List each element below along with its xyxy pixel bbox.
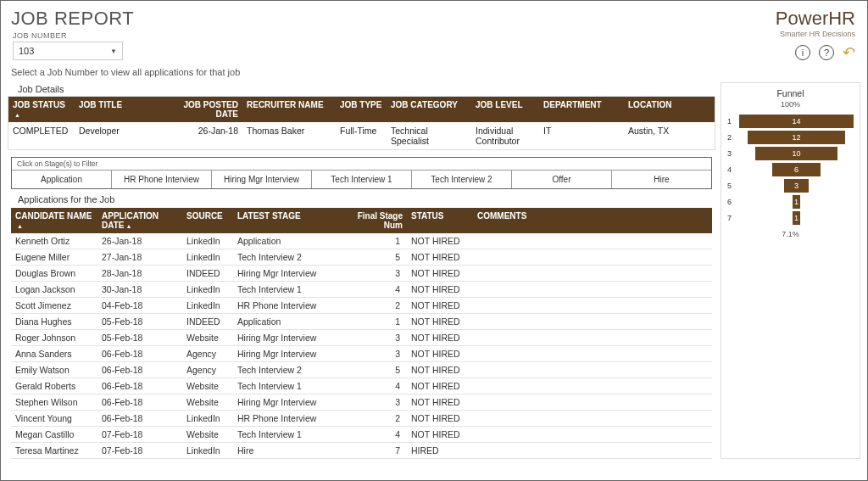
job-details-label: Job Details — [8, 82, 715, 96]
table-row[interactable]: Anna Sanders06-Feb-18AgencyHiring Mgr In… — [11, 346, 712, 362]
undo-icon[interactable]: ↶ — [843, 43, 855, 62]
apps-col-comments[interactable]: COMMENTS — [473, 208, 685, 233]
page-title: JOB REPORT — [1, 1, 867, 31]
applications-label: Applications for the Job — [8, 193, 715, 206]
job-details-row: COMPLETED Developer 26-Jan-18 Thomas Bak… — [8, 122, 715, 149]
apps-col-status[interactable]: STATUS — [407, 208, 473, 233]
funnel-stage-label: 1 — [723, 117, 735, 126]
funnel-bar-row[interactable]: 53 — [723, 178, 858, 193]
table-row[interactable]: Logan Jackson30-Jan-18LinkedInTech Inter… — [11, 282, 712, 298]
apps-col-source[interactable]: SOURCE — [182, 208, 233, 233]
stage-button[interactable]: Offer — [512, 171, 612, 188]
stage-filter-hint: Click on Stage(s) to Filter — [12, 159, 711, 170]
funnel-title: Funnel — [723, 87, 858, 100]
applications-table: CANDIDATE NAME▲ APPLICATION DATE▲ SOURCE… — [11, 208, 712, 459]
funnel-bar: 10 — [755, 147, 837, 160]
apps-col-num[interactable]: Final Stage Num — [343, 208, 407, 233]
brand-name: PowerHR — [776, 8, 855, 30]
table-row[interactable]: Megan Castillo07-Feb-18WebsiteTech Inter… — [11, 427, 712, 443]
chevron-down-icon: ▼ — [110, 48, 117, 55]
stage-button[interactable]: Tech Interview 1 — [312, 171, 412, 188]
jd-col-recruiter[interactable]: RECRUITER NAME — [242, 97, 336, 122]
stage-button[interactable]: Tech Interview 2 — [412, 171, 512, 188]
jd-col-status[interactable]: JOB STATUS▲ — [8, 97, 75, 122]
sort-up-icon: ▲ — [17, 223, 23, 229]
job-number-value: 103 — [19, 46, 34, 56]
apps-col-name[interactable]: CANDIDATE NAME▲ — [11, 208, 97, 233]
sort-up-icon: ▲ — [14, 112, 20, 118]
funnel-stage-label: 7 — [723, 214, 735, 222]
jd-col-dept[interactable]: DEPARTMENT — [539, 97, 624, 122]
table-row[interactable]: Douglas Brown28-Jan-18INDEEDHiring Mgr I… — [11, 266, 712, 282]
jd-col-category[interactable]: JOB CATEGORY — [387, 97, 471, 122]
funnel-stage-label: 2 — [723, 133, 735, 142]
funnel-bar-row[interactable]: 71 — [723, 210, 858, 225]
funnel-stage-label: 5 — [723, 182, 735, 190]
table-row[interactable]: Vincent Young06-Feb-18LinkedInHR Phone I… — [11, 411, 712, 427]
funnel-bar: 12 — [748, 131, 846, 144]
stage-button[interactable]: Hire — [612, 171, 711, 188]
funnel-bar-row[interactable]: 61 — [723, 194, 858, 209]
funnel-bar: 1 — [793, 195, 801, 209]
stage-filter: Click on Stage(s) to Filter ApplicationH… — [11, 157, 712, 189]
table-row[interactable]: Diana Hughes05-Feb-18INDEEDApplication1N… — [11, 314, 712, 330]
brand-block: PowerHR Smarter HR Decisions i ? ↶ — [776, 8, 855, 62]
job-number-select[interactable]: 103 ▼ — [13, 42, 123, 60]
table-row[interactable]: Scott Jimenez04-Feb-18LinkedInHR Phone I… — [11, 298, 712, 314]
stage-button[interactable]: Hiring Mgr Interview — [212, 171, 312, 188]
stage-button[interactable]: Application — [12, 171, 112, 188]
funnel-bar-row[interactable]: 310 — [723, 146, 858, 160]
funnel-bar-row[interactable]: 212 — [723, 130, 858, 144]
job-number-label: JOB NUMBER — [13, 31, 855, 40]
jd-col-type[interactable]: JOB TYPE — [336, 97, 387, 122]
funnel-bar: 3 — [784, 179, 809, 193]
jd-col-posted[interactable]: JOB POSTED DATE — [176, 97, 242, 122]
funnel-chart[interactable]: 11421231046536171 — [723, 114, 858, 225]
help-icon[interactable]: ? — [819, 45, 834, 60]
apps-col-date[interactable]: APPLICATION DATE▲ — [97, 208, 182, 233]
funnel-bar: 14 — [739, 115, 854, 128]
jd-col-level[interactable]: JOB LEVEL — [471, 97, 539, 122]
table-row[interactable]: Roger Johnson05-Feb-18WebsiteHiring Mgr … — [11, 330, 712, 346]
jd-col-location[interactable]: LOCATION — [624, 97, 682, 122]
funnel-bar: 1 — [793, 211, 801, 225]
funnel-stage-label: 6 — [723, 198, 735, 206]
funnel-bottom-pct: 7.1% — [723, 230, 858, 238]
table-row[interactable]: Eugene Miller27-Jan-18LinkedInTech Inter… — [11, 249, 712, 266]
helper-text: Select a Job Number to view all applicat… — [1, 64, 867, 82]
table-row[interactable]: Gerald Roberts06-Feb-18WebsiteTech Inter… — [11, 378, 712, 394]
funnel-stage-label: 3 — [723, 149, 735, 158]
table-row[interactable]: Teresa Martinez07-Feb-18LinkedInHire7HIR… — [11, 443, 712, 459]
info-icon[interactable]: i — [795, 45, 810, 60]
brand-tagline: Smarter HR Decisions — [776, 30, 855, 38]
stage-button[interactable]: HR Phone Interview — [112, 171, 212, 188]
funnel-bar-row[interactable]: 46 — [723, 162, 858, 176]
jd-col-title[interactable]: JOB TITLE — [75, 97, 176, 122]
job-details-table: JOB STATUS▲ JOB TITLE JOB POSTED DATE RE… — [8, 96, 715, 150]
table-row[interactable]: Stephen Wilson06-Feb-18WebsiteHiring Mgr… — [11, 394, 712, 411]
funnel-stage-label: 4 — [723, 165, 735, 174]
apps-col-stage[interactable]: LATEST STAGE — [233, 208, 343, 233]
funnel-bar: 6 — [772, 163, 821, 176]
sort-up-icon: ▲ — [125, 223, 131, 229]
funnel-top-pct: 100% — [723, 100, 858, 109]
funnel-bar-row[interactable]: 114 — [723, 114, 858, 128]
table-row[interactable]: Kenneth Ortiz26-Jan-18LinkedInApplicatio… — [11, 233, 712, 249]
funnel-panel: Funnel 100% 11421231046536171 7.1% — [721, 82, 860, 459]
table-row[interactable]: Emily Watson06-Feb-18AgencyTech Intervie… — [11, 362, 712, 378]
